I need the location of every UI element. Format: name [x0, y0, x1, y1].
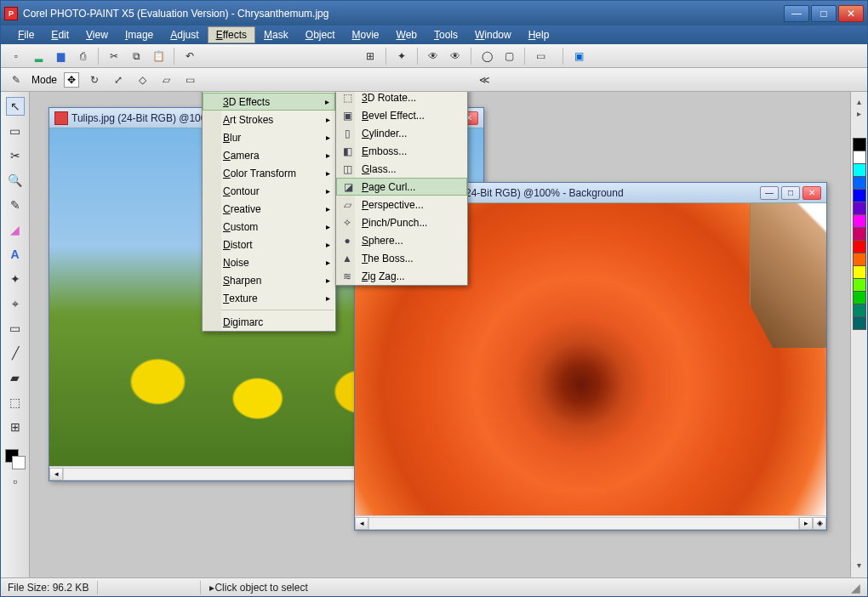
wand-button[interactable]: ✦ [393, 48, 410, 65]
palette-down[interactable]: ▾ [857, 560, 861, 572]
3d-item-glass-[interactable]: ◫Glass... [336, 160, 467, 178]
palette-flyout[interactable]: ▸ [857, 109, 861, 121]
eye-a-button[interactable]: 👁 [425, 48, 442, 65]
menu-help[interactable]: Help [520, 26, 558, 43]
menu-effects[interactable]: Effects [208, 26, 255, 43]
effects-item-art-strokes[interactable]: Art Strokes▸ [203, 111, 335, 128]
clone-tool[interactable]: ⌖ [6, 294, 25, 313]
wand2-button[interactable]: ✎ [8, 71, 25, 88]
menu-web[interactable]: Web [388, 26, 425, 43]
rect-shape-tool[interactable]: ▭ [6, 319, 25, 338]
mode-rotate[interactable]: ↻ [86, 71, 103, 88]
menu-view[interactable]: View [77, 26, 117, 43]
menu-file[interactable]: File [9, 26, 43, 43]
screen-button[interactable]: ▭ [532, 48, 549, 65]
menu-tools[interactable]: Tools [425, 26, 466, 43]
effects-item-sharpen[interactable]: Sharpen▸ [203, 271, 335, 289]
menu-object[interactable]: Object [297, 26, 344, 43]
3d-effects-submenu[interactable]: ⬚3D Rotate...▣Bevel Effect...▯Cylinder..… [335, 92, 468, 286]
menu-edit[interactable]: Edit [43, 26, 77, 43]
doc-min[interactable]: — [760, 186, 779, 200]
palette-color[interactable] [853, 189, 866, 202]
copy-button[interactable]: ⧉ [128, 48, 145, 65]
eraser-tool[interactable]: ◢ [6, 220, 25, 239]
menu-window[interactable]: Window [466, 26, 520, 43]
menu-adjust[interactable]: Adjust [162, 26, 207, 43]
tool-a[interactable]: ⊞ [362, 48, 379, 65]
mode-move[interactable]: ✥ [64, 72, 79, 88]
palette-color[interactable] [853, 278, 866, 292]
menu-mask[interactable]: Mask [255, 26, 297, 43]
minimize-button[interactable]: — [784, 5, 809, 22]
text-tool[interactable]: A [6, 245, 25, 264]
titlebar[interactable]: P Corel PHOTO-PAINT X5 (Evaluation Versi… [1, 1, 867, 26]
crop-tool[interactable]: ✂ [6, 146, 25, 165]
effects-item-contour[interactable]: Contour▸ [203, 182, 335, 200]
3d-item-the-boss-[interactable]: ▲The Boss... [336, 249, 467, 267]
3d-item--d-rotate-[interactable]: ⬚3D Rotate... [336, 92, 467, 106]
3d-item-sphere-[interactable]: ●Sphere... [336, 231, 467, 249]
cut-button[interactable]: ✂ [106, 48, 123, 65]
palette-color[interactable] [853, 138, 866, 151]
mode-distort[interactable]: ▱ [157, 71, 174, 88]
print-button[interactable]: ⎙ [74, 48, 91, 65]
effects-item-blur[interactable]: Blur▸ [203, 128, 335, 146]
redeye-tool[interactable]: ✦ [6, 270, 25, 288]
mask-rect-tool[interactable]: ▭ [6, 122, 25, 140]
close-button[interactable]: ✕ [838, 5, 864, 22]
3d-item-perspective-[interactable]: ▱Perspective... [336, 196, 467, 213]
mode-scale[interactable]: ⤢ [110, 71, 127, 88]
mode-persp[interactable]: ▭ [181, 71, 198, 88]
3d-item-zig-zag-[interactable]: ≋Zig Zag... [336, 267, 467, 285]
pick-tool[interactable]: ↖ [6, 97, 25, 116]
fill-tool[interactable]: ▰ [6, 368, 25, 387]
image-slice-tool[interactable]: ⊞ [6, 418, 25, 436]
interactive-tool[interactable]: ⬚ [6, 393, 25, 412]
3d-item-pinch-punch-[interactable]: ✧Pinch/Punch... [336, 213, 467, 231]
doc-close[interactable]: ✕ [802, 186, 821, 200]
maximize-button[interactable]: □ [811, 5, 837, 22]
open-button[interactable]: ▂ [30, 48, 47, 65]
palette-color[interactable] [853, 316, 866, 330]
effects-item-3d-effects[interactable]: 3D Effects▸ [203, 93, 335, 111]
eyedropper-tool[interactable]: ✎ [6, 196, 25, 214]
palette-color[interactable] [853, 227, 866, 241]
palette-color[interactable] [853, 291, 866, 304]
eye-b-button[interactable]: 👁 [447, 48, 464, 65]
palette-color[interactable] [853, 176, 866, 190]
3d-item-page-curl-[interactable]: ◪Page Curl... [336, 178, 467, 196]
effects-item-creative[interactable]: Creative▸ [203, 200, 335, 218]
nav-prev[interactable]: ≪ [476, 71, 493, 88]
zoom-tool[interactable]: 🔍 [6, 171, 25, 190]
effects-item-digimarc[interactable]: Digimarc [203, 313, 335, 331]
reset-swatch[interactable]: ▫ [6, 475, 25, 487]
effects-item-distort[interactable]: Distort▸ [203, 236, 335, 253]
menu-movie[interactable]: Movie [344, 26, 388, 43]
undo-button[interactable]: ↶ [181, 48, 198, 65]
effects-item-texture[interactable]: Texture▸ [203, 289, 335, 307]
resize-grip[interactable]: ◢ [851, 581, 860, 594]
launch-button[interactable]: ▣ [570, 48, 587, 65]
palette-color[interactable] [853, 151, 866, 164]
3d-item-emboss-[interactable]: ◧Emboss... [336, 142, 467, 160]
3d-item-bevel-effect-[interactable]: ▣Bevel Effect... [336, 106, 467, 124]
save-button[interactable]: ▆ [52, 48, 69, 65]
effects-item-noise[interactable]: Noise▸ [203, 253, 335, 271]
palette-color[interactable] [853, 214, 866, 228]
effects-item-camera[interactable]: Camera▸ [203, 146, 335, 164]
color-swatches[interactable] [5, 449, 26, 469]
palette-color[interactable] [853, 202, 866, 215]
palette-color[interactable] [853, 253, 866, 266]
effects-menu-dropdown[interactable]: Repeat▸3D Effects▸Art Strokes▸Blur▸Camer… [202, 92, 336, 332]
effects-item-custom[interactable]: Custom▸ [203, 218, 335, 236]
paste-button[interactable]: 📋 [150, 48, 167, 65]
palette-color[interactable] [853, 304, 866, 317]
circle-button[interactable]: ◯ [478, 48, 495, 65]
menu-image[interactable]: Image [117, 26, 162, 43]
3d-item-cylinder-[interactable]: ▯Cylinder... [336, 124, 467, 142]
palette-up[interactable]: ▴ [857, 97, 861, 109]
effects-item-color-transform[interactable]: Color Transform▸ [203, 164, 335, 182]
mode-skew[interactable]: ◇ [134, 71, 151, 88]
hscroll[interactable]: ◂▸◈ [355, 515, 826, 530]
palette-color[interactable] [853, 163, 866, 177]
